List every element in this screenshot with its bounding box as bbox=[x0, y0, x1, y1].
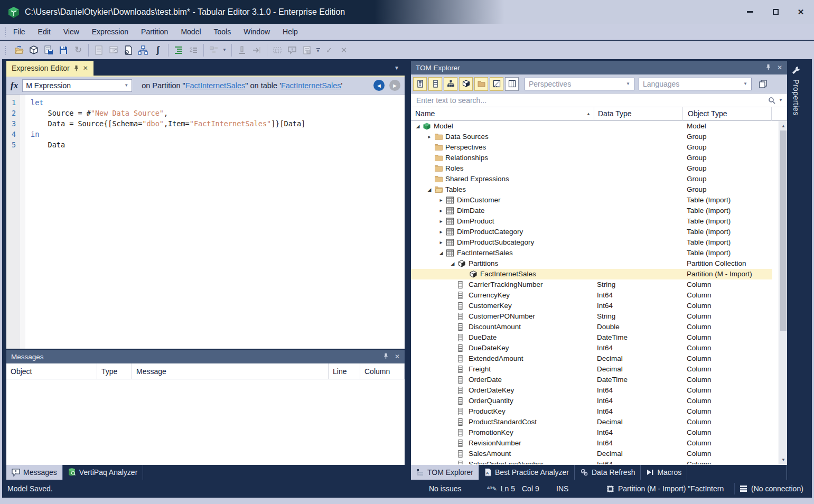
tree-row[interactable]: ▸DimProductTable (Import) bbox=[411, 216, 772, 227]
m-expression-code[interactable]: let Source = #"New Data Source", Data = … bbox=[25, 95, 305, 349]
code-line[interactable]: Source = #"New Data Source", bbox=[31, 108, 305, 118]
expand-glyph[interactable]: ▸ bbox=[437, 216, 445, 227]
tree-row[interactable]: ◢TablesGroup bbox=[411, 184, 772, 195]
layout-icon[interactable] bbox=[208, 44, 220, 57]
tree-row[interactable]: RelationshipsGroup bbox=[411, 153, 772, 163]
scroll-down-icon[interactable]: ▼ bbox=[779, 455, 787, 464]
format-dax-icon[interactable] bbox=[172, 44, 185, 57]
tree-row[interactable]: DiscountAmountDoubleColumn bbox=[411, 322, 772, 332]
collapse-glyph[interactable]: ◢ bbox=[449, 258, 456, 269]
tree-row[interactable]: ◢FactInternetSalesTable (Import) bbox=[411, 248, 772, 258]
show-hierarchies-toggle[interactable] bbox=[444, 77, 457, 91]
tree-row[interactable]: RolesGroup bbox=[411, 163, 772, 174]
navigate-back-icon[interactable]: ◄ bbox=[373, 80, 385, 91]
tree-row[interactable]: ProductKeyInt64Column bbox=[411, 406, 772, 417]
tree-row[interactable]: SalesOrderLineNumberInt64Column bbox=[411, 459, 772, 464]
tree-row[interactable]: OrderDateDateTimeColumn bbox=[411, 375, 772, 385]
show-folders-toggle[interactable] bbox=[474, 77, 488, 91]
messages-column-header-line[interactable]: Line bbox=[329, 363, 360, 379]
selection-box-icon[interactable]: [ ] bbox=[271, 44, 284, 57]
tab-vertipaq-analyzer[interactable]: VertiPaq Analyzer bbox=[63, 465, 144, 480]
maximize-button[interactable] bbox=[766, 4, 784, 20]
deploy-model-icon[interactable] bbox=[27, 44, 40, 57]
menu-edit[interactable]: Edit bbox=[32, 25, 57, 39]
tree-row[interactable]: ▸DimProductCategoryTable (Import) bbox=[411, 227, 772, 237]
save-as-icon[interactable] bbox=[42, 44, 55, 57]
messages-column-header-message[interactable]: Message bbox=[132, 363, 329, 379]
code-line[interactable]: let bbox=[31, 97, 305, 108]
close-tab-icon[interactable]: ✕ bbox=[83, 64, 88, 72]
perspectives-combobox[interactable]: Perspectives ▼ bbox=[525, 78, 634, 90]
show-grid-columns-toggle[interactable] bbox=[505, 77, 519, 91]
messages-grid-body[interactable] bbox=[6, 379, 405, 465]
menu-window[interactable]: Window bbox=[237, 25, 276, 39]
expand-glyph[interactable]: ▸ bbox=[437, 237, 445, 248]
script-page-icon[interactable] bbox=[122, 44, 135, 57]
code-line[interactable]: Data bbox=[31, 139, 305, 150]
tree-row[interactable]: OrderDateKeyInt64Column bbox=[411, 385, 772, 396]
tree-row[interactable]: ◢ModelModel bbox=[411, 121, 772, 132]
tab-expression-editor[interactable]: Expression Editor ✕ bbox=[6, 61, 93, 76]
menu-file[interactable]: File bbox=[7, 25, 32, 39]
refresh-icon[interactable]: ↻ bbox=[72, 44, 85, 57]
pin-icon[interactable] bbox=[766, 64, 771, 70]
layout-dropdown-icon[interactable]: ▼ bbox=[222, 48, 228, 52]
import-icon[interactable] bbox=[250, 44, 263, 57]
messages-column-header-column[interactable]: Column bbox=[360, 363, 405, 379]
code-editor[interactable]: 12345 let Source = #"New Data Source", D… bbox=[6, 95, 405, 349]
tree-row[interactable]: OrderQuantityInt64Column bbox=[411, 396, 772, 406]
tree-row[interactable]: FreightDecimalColumn bbox=[411, 364, 772, 375]
search-options-icon[interactable]: ▼ bbox=[779, 98, 783, 102]
messages-column-header-type[interactable]: Type bbox=[97, 363, 132, 379]
expand-glyph[interactable]: ▸ bbox=[437, 227, 445, 237]
panel-menu-icon[interactable]: ▼ bbox=[394, 65, 399, 71]
accept-icon[interactable]: ✓ bbox=[323, 44, 335, 57]
search-input[interactable] bbox=[415, 96, 768, 105]
tree-row[interactable]: CurrencyKeyInt64Column bbox=[411, 290, 772, 301]
annotations-icon[interactable] bbox=[301, 44, 313, 57]
minimize-button[interactable] bbox=[741, 4, 759, 20]
collapse-glyph[interactable]: ◢ bbox=[414, 121, 422, 132]
column-header-data-type[interactable]: Data Type bbox=[598, 109, 632, 118]
format-selection-icon[interactable]: 2 bbox=[187, 44, 200, 57]
tree-row[interactable]: CustomerPONumberStringColumn bbox=[411, 311, 772, 322]
languages-combobox[interactable]: Languages ▼ bbox=[639, 78, 752, 90]
tree-row[interactable]: ExtendedAmountDecimalColumn bbox=[411, 353, 772, 364]
tree-row[interactable]: Shared ExpressionsGroup bbox=[411, 174, 772, 184]
tree-row[interactable]: FactInternetSalesPartition (M - Import) bbox=[411, 269, 772, 279]
menu-view[interactable]: View bbox=[57, 25, 86, 39]
menu-tools[interactable]: Tools bbox=[208, 25, 238, 39]
tree-row[interactable]: RevisionNumberInt64Column bbox=[411, 438, 772, 449]
connection-text[interactable]: (No connection) bbox=[751, 484, 803, 493]
search-icon[interactable] bbox=[768, 97, 775, 104]
open-file-icon[interactable] bbox=[13, 44, 25, 57]
tree-row[interactable]: SalesAmountDecimalColumn bbox=[411, 449, 772, 459]
tree-row[interactable]: ▸DimCustomerTable (Import) bbox=[411, 195, 772, 206]
menu-model[interactable]: Model bbox=[174, 25, 207, 39]
menu-partition[interactable]: Partition bbox=[135, 25, 174, 39]
code-line[interactable]: Data = Source{[Schema="dbo",Item="FactIn… bbox=[31, 118, 305, 129]
diagram-icon[interactable] bbox=[137, 44, 149, 57]
tree-row[interactable]: ◢PartitionsPartition Collection bbox=[411, 258, 772, 269]
refresh-table-icon[interactable] bbox=[107, 44, 120, 57]
menu-help[interactable]: Help bbox=[276, 25, 304, 39]
pin-icon[interactable] bbox=[74, 65, 79, 71]
tree-row[interactable]: DueDateKeyInt64Column bbox=[411, 343, 772, 353]
tree-row[interactable]: ▸DimDateTable (Import) bbox=[411, 206, 772, 216]
scroll-up-icon[interactable]: ▲ bbox=[779, 122, 787, 130]
close-panel-icon[interactable]: ✕ bbox=[777, 64, 782, 71]
show-columns-toggle[interactable] bbox=[428, 77, 442, 91]
show-measures-toggle[interactable] bbox=[413, 77, 427, 91]
tab-data-refresh[interactable]: Data Refresh bbox=[575, 465, 641, 480]
tree-row[interactable]: ▸Data SourcesGroup bbox=[411, 132, 772, 142]
tree-row[interactable]: ProductStandardCostDecimalColumn bbox=[411, 417, 772, 427]
tree-row[interactable]: DueDateDateTimeColumn bbox=[411, 332, 772, 343]
tree-row[interactable]: CarrierTrackingNumberStringColumn bbox=[411, 279, 772, 290]
pin-icon[interactable] bbox=[383, 353, 388, 359]
menu-expression[interactable]: Expression bbox=[86, 25, 135, 39]
tab-tom-explorer[interactable]: TOM Explorer bbox=[411, 465, 479, 480]
tree-scrollbar[interactable]: ▲ ▼ bbox=[779, 121, 787, 464]
comment-icon[interactable] bbox=[286, 44, 298, 57]
tree-row[interactable]: ▸DimProductSubcategoryTable (Import) bbox=[411, 237, 772, 248]
show-hidden-toggle[interactable] bbox=[490, 77, 503, 91]
